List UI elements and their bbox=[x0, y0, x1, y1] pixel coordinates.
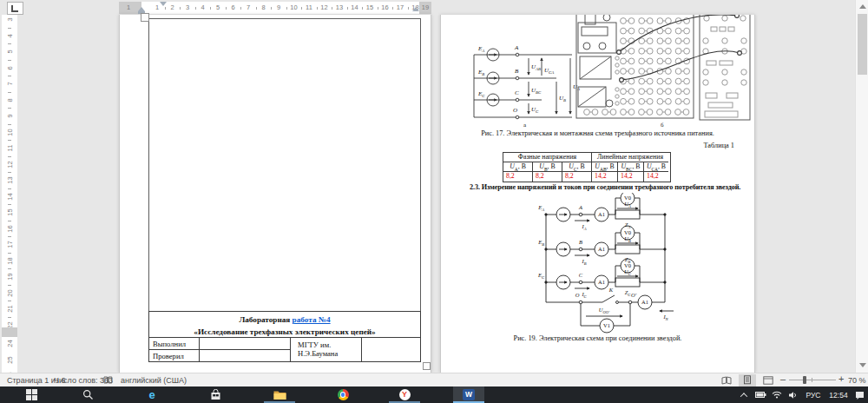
ruler-number: 19 bbox=[5, 269, 15, 285]
figure-19: EAAIAUAZAA1V0EBBIBUBZBA1V0ECCICUCZCA1V0O… bbox=[441, 193, 754, 336]
taskbar-yandex-browser[interactable]: Y bbox=[389, 386, 420, 403]
chrome-icon bbox=[338, 389, 349, 400]
vertical-scrollbar[interactable] bbox=[855, 0, 868, 373]
tray-show-hidden-icons[interactable] bbox=[738, 386, 750, 403]
svg-text:б: б bbox=[661, 122, 664, 129]
taskbar-chrome[interactable] bbox=[327, 386, 358, 403]
svg-text:EA: EA bbox=[537, 204, 544, 212]
svg-text:V0: V0 bbox=[624, 195, 631, 201]
tray-language[interactable]: РУС bbox=[802, 386, 825, 403]
ruler-number: 5 bbox=[213, 3, 223, 12]
ruler-number: 6 bbox=[5, 60, 15, 76]
zoom-in-button[interactable]: + bbox=[838, 373, 844, 384]
ruler-number: 4 bbox=[198, 3, 208, 12]
scrollbar-thumb[interactable] bbox=[858, 14, 867, 75]
org-line1: МГТУ им. bbox=[298, 340, 361, 349]
status-bar: Страница 1 из 6 Число слов: 363 английск… bbox=[0, 373, 868, 387]
ruler-body: 123456789101112131415161718 bbox=[141, 2, 419, 14]
table-value[interactable]: 8,2 bbox=[503, 172, 533, 182]
ruler-number: 11 bbox=[5, 141, 15, 156]
language-indicator[interactable]: английский (США) bbox=[121, 375, 187, 386]
performed-value-cell[interactable] bbox=[200, 338, 291, 350]
vertical-ruler[interactable]: 345678910111213141516171819202122242526 bbox=[0, 15, 23, 373]
ruler-right-margin: 19 bbox=[419, 2, 431, 14]
table-value[interactable]: 8,2 bbox=[533, 172, 562, 182]
horizontal-ruler[interactable]: 1 123456789101112131415161718 19 bbox=[119, 2, 431, 14]
print-layout-button[interactable] bbox=[739, 374, 756, 386]
svg-text:UC: UC bbox=[531, 106, 539, 114]
table-value[interactable]: 14,2 bbox=[592, 172, 618, 182]
report-frame bbox=[148, 18, 421, 312]
svg-text:IB: IB bbox=[582, 258, 587, 266]
web-layout-button[interactable] bbox=[760, 374, 777, 386]
table-move-handle[interactable] bbox=[141, 13, 149, 22]
edge-icon: e bbox=[148, 389, 155, 400]
taskbar-store[interactable] bbox=[200, 386, 231, 403]
empty-cell[interactable] bbox=[362, 338, 419, 361]
ruler-number: 14 bbox=[5, 188, 15, 204]
start-button[interactable] bbox=[16, 386, 47, 403]
page-1[interactable]: Лабораторная работа №4 «Исследование тре… bbox=[119, 15, 431, 373]
read-mode-button[interactable] bbox=[718, 374, 735, 386]
ruler-number: 4 bbox=[5, 28, 15, 43]
svg-text:UC: UC bbox=[624, 268, 632, 276]
taskbar-word-active[interactable]: W bbox=[453, 386, 484, 403]
figure-19-caption: Рис. 19. Электрическая схема при соедине… bbox=[441, 334, 754, 342]
ruler-number: 15 bbox=[5, 205, 15, 221]
performed-label: Выполнил bbox=[149, 338, 200, 350]
svg-text:O′: O′ bbox=[631, 292, 637, 298]
tray-clock[interactable]: 12:54 bbox=[825, 386, 852, 403]
zoom-slider[interactable] bbox=[789, 380, 836, 380]
org-line2: Н.Э.Баумана bbox=[298, 349, 361, 358]
right-indent-marker[interactable] bbox=[412, 7, 419, 11]
table-resize-handle[interactable] bbox=[423, 362, 431, 370]
tray-network[interactable] bbox=[770, 386, 784, 403]
col-header: UАВ, В bbox=[592, 162, 618, 172]
table-value[interactable]: 14,2 bbox=[644, 172, 668, 182]
svg-text:O: O bbox=[513, 107, 517, 114]
proofing-icon[interactable] bbox=[103, 376, 113, 385]
store-icon bbox=[210, 389, 221, 400]
svg-text:ZA: ZA bbox=[625, 221, 631, 229]
svg-text:UCA: UCA bbox=[544, 67, 554, 75]
ruler-number: 15 bbox=[365, 3, 375, 12]
svg-text:A: A bbox=[578, 204, 582, 210]
ruler-number: 20 bbox=[5, 285, 15, 301]
checked-value-cell[interactable] bbox=[200, 350, 291, 361]
title-link[interactable]: работа №4 bbox=[293, 315, 331, 324]
first-line-indent-marker[interactable] bbox=[160, 2, 167, 6]
scroll-up-arrow[interactable] bbox=[859, 4, 866, 9]
action-center-button[interactable] bbox=[852, 386, 866, 403]
table-value[interactable]: 14,2 bbox=[618, 172, 644, 182]
col-header: UA, В bbox=[503, 162, 533, 172]
svg-text:V1: V1 bbox=[603, 322, 610, 328]
ruler-number: 12 bbox=[5, 156, 15, 172]
col-header: UВС, В bbox=[618, 162, 644, 172]
svg-text:UB: UB bbox=[624, 235, 631, 243]
action-center-icon bbox=[855, 391, 865, 400]
col-header: UB, В bbox=[533, 162, 562, 172]
page-2[interactable]: EA EB EC A B C O UAB UBC UC UCA UB UA а … bbox=[440, 15, 755, 373]
taskbar-edge[interactable]: e bbox=[136, 386, 168, 403]
zoom-out-button[interactable]: – bbox=[780, 373, 786, 384]
zoom-slider-handle[interactable] bbox=[803, 376, 806, 384]
tray-volume[interactable] bbox=[786, 386, 799, 403]
figure-17: EA EB EC A B C O UAB UBC UC UCA UB UA а … bbox=[441, 15, 754, 143]
title-block-table: Лабораторная работа №4 «Исследование тре… bbox=[148, 311, 421, 362]
windows-logo-icon bbox=[26, 389, 37, 400]
tray-battery[interactable] bbox=[753, 386, 767, 403]
svg-text:V0: V0 bbox=[624, 229, 631, 235]
ruler-number: 9 bbox=[5, 109, 15, 124]
taskbar: e Y W РУС 12:54 bbox=[0, 386, 868, 403]
document-canvas: Лабораторная работа №4 «Исследование тре… bbox=[23, 15, 855, 373]
vertical-ruler-body: 345678910111213141516171819202122242526 bbox=[2, 15, 17, 373]
col-header: UC, В bbox=[562, 162, 592, 172]
table-value[interactable]: 8,2 bbox=[562, 172, 592, 182]
taskbar-search-button[interactable] bbox=[72, 386, 103, 403]
scroll-down-arrow[interactable] bbox=[859, 363, 866, 367]
taskbar-file-explorer[interactable] bbox=[264, 386, 295, 403]
zoom-level[interactable]: 70 % bbox=[848, 375, 866, 386]
title-text: Лабораторная bbox=[239, 315, 292, 324]
ruler-number: 14 bbox=[350, 3, 360, 12]
ruler-number: 24 bbox=[5, 336, 15, 352]
